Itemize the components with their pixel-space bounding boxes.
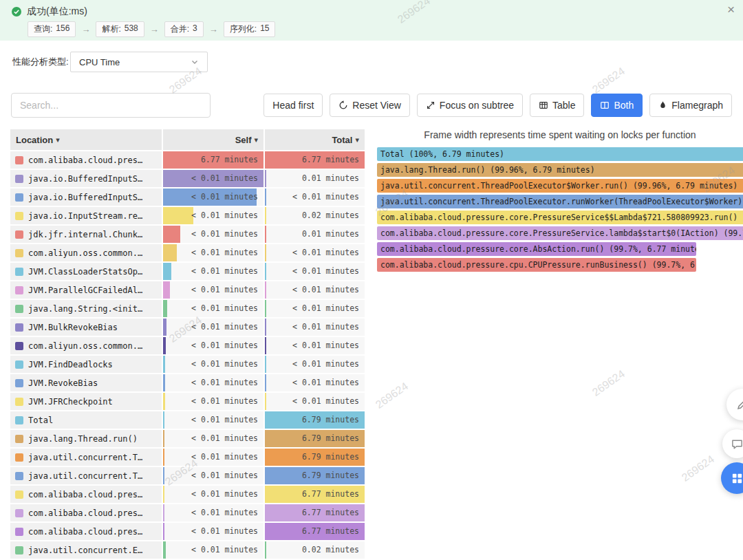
self-cell: < 0.01 minutes — [163, 319, 263, 336]
self-cell: < 0.01 minutes — [163, 244, 263, 261]
self-value: < 0.01 minutes — [191, 430, 258, 447]
table-row[interactable]: com.aliyun.oss.common.…< 0.01 minutes< 0… — [10, 337, 365, 354]
table-row[interactable]: java.util.concurrent.E…< 0.01 minutes0.0… — [10, 541, 365, 559]
flame-frame[interactable]: Total (100%, 6.79 minutes) — [377, 147, 743, 161]
sort-caret-icon: ▾ — [254, 136, 258, 144]
function-name: java.lang.String.<init… — [28, 304, 142, 314]
table-row[interactable]: com.alibaba.cloud.pres…< 0.01 minutes6.7… — [10, 486, 365, 503]
total-cell: 0.01 minutes — [265, 170, 365, 187]
table-row[interactable]: java.io.BufferedInputS…< 0.01 minutes0.0… — [10, 170, 365, 187]
total-bar — [265, 356, 266, 373]
table-row[interactable]: JVM.ClassLoaderStatsOp…< 0.01 minutes< 0… — [10, 263, 365, 280]
function-name: com.alibaba.cloud.pres… — [28, 508, 142, 518]
flame-icon — [658, 100, 667, 110]
row-color-icon — [15, 249, 23, 257]
table-row[interactable]: JVM.RevokeBias< 0.01 minutes< 0.01 minut… — [10, 374, 365, 391]
row-color-icon — [15, 453, 23, 462]
success-banner: 成功(单位:ms) × 查询:156→解析:538→合并:3→序列化:15 — [0, 0, 743, 41]
grid-icon — [731, 472, 743, 485]
row-color-icon — [15, 416, 23, 424]
row-color-icon — [15, 156, 23, 164]
table-row[interactable]: JVM.BulkRevokeBias< 0.01 minutes< 0.01 m… — [10, 319, 365, 336]
flamegraph-button[interactable]: Flamegraph — [649, 94, 732, 117]
location-cell: java.lang.String.<init… — [10, 300, 162, 317]
total-header[interactable]: Total ▾ — [265, 129, 365, 150]
flame-frame[interactable]: com.alibaba.cloud.pressure.core.AbsActio… — [377, 242, 696, 256]
total-value: 6.77 minutes — [302, 151, 359, 169]
table-row[interactable]: JVM.FindDeadlocks< 0.01 minutes< 0.01 mi… — [10, 356, 365, 373]
location-cell: com.alibaba.cloud.pres… — [10, 486, 162, 503]
self-header[interactable]: Self ▾ — [163, 129, 263, 150]
head-first-button[interactable]: Head first — [263, 94, 323, 117]
table-row[interactable]: java.io.InputStream.re…< 0.01 minutes0.0… — [10, 207, 365, 224]
metric-badge: 解析:538 — [96, 21, 144, 37]
table-row[interactable]: Total< 0.01 minutes6.79 minutes — [10, 411, 365, 429]
table-row[interactable]: jdk.jfr.internal.Chunk…< 0.01 minutes0.0… — [10, 226, 365, 243]
self-cell: < 0.01 minutes — [163, 449, 263, 466]
total-cell: 6.77 minutes — [265, 486, 365, 503]
watermark: 269624 — [590, 65, 627, 96]
self-bar — [163, 356, 165, 373]
self-cell: < 0.01 minutes — [163, 300, 263, 317]
table-row[interactable]: com.alibaba.cloud.pres…6.77 minutes6.77 … — [10, 151, 365, 169]
flame-frame[interactable]: com.alibaba.cloud.pressure.core.Pressure… — [377, 226, 743, 240]
flame-frame[interactable]: java.util.concurrent.ThreadPoolExecutor.… — [377, 195, 743, 208]
table-row[interactable]: java.lang.Thread.run()< 0.01 minutes6.79… — [10, 430, 365, 447]
total-cell: 6.77 minutes — [265, 523, 365, 540]
table-row[interactable]: com.alibaba.cloud.pres…< 0.01 minutes6.7… — [10, 504, 365, 521]
search-input[interactable] — [11, 93, 211, 118]
apps-fab-button[interactable] — [721, 462, 743, 494]
total-bar — [265, 189, 266, 206]
self-value: < 0.01 minutes — [191, 263, 258, 280]
row-color-icon — [15, 212, 23, 220]
table-row[interactable]: java.util.concurrent.T…< 0.01 minutes6.7… — [10, 467, 365, 484]
profile-table: Location ▾ Self ▾ Total ▾ com.alibaba.cl… — [10, 129, 365, 559]
comment-fab-button[interactable] — [722, 429, 743, 458]
row-color-icon — [15, 193, 23, 202]
location-cell: java.io.InputStream.re… — [10, 207, 162, 224]
profile-type-label: 性能分析类型: — [12, 56, 70, 68]
focus-subtree-button[interactable]: Focus on subtree — [417, 94, 523, 117]
self-header-label: Self — [235, 135, 252, 145]
pencil-icon — [735, 398, 743, 411]
self-bar — [163, 244, 177, 261]
close-icon[interactable]: × — [727, 3, 735, 16]
profile-type-select[interactable]: CPU Time — [70, 52, 208, 72]
self-bar — [163, 319, 166, 336]
function-name: java.lang.Thread.run() — [28, 434, 138, 444]
reset-view-button[interactable]: Reset View — [330, 94, 410, 117]
flame-frame[interactable]: com.alibaba.cloud.pressure.core.Pressure… — [377, 211, 743, 224]
table-row[interactable]: java.lang.String.<init…< 0.01 minutes< 0… — [10, 300, 365, 317]
table-row[interactable]: com.alibaba.cloud.pres…< 0.01 minutes6.7… — [10, 523, 365, 540]
total-value: < 0.01 minutes — [292, 393, 359, 410]
reset-icon — [338, 100, 348, 110]
flame-frame[interactable]: java.util.concurrent.ThreadPoolExecutor$… — [377, 179, 743, 193]
both-button[interactable]: Both — [591, 94, 643, 117]
flamegraph-title: Frame width represents time spent waitin… — [377, 129, 743, 140]
function-name: com.alibaba.cloud.pres… — [28, 527, 142, 537]
metric-label: 解析: — [102, 23, 120, 35]
flame-frame[interactable]: com.alibaba.cloud.pressure.cpu.CPUPressu… — [377, 258, 696, 272]
table-row[interactable]: java.io.BufferedInputS…< 0.01 minutes< 0… — [10, 189, 365, 206]
row-color-icon — [15, 379, 23, 387]
status-text: 成功(单位:ms) — [27, 6, 87, 18]
focus-subtree-label: Focus on subtree — [440, 100, 514, 111]
table-button[interactable]: Table — [530, 94, 584, 117]
self-cell: < 0.01 minutes — [163, 337, 263, 354]
table-row[interactable]: JVM.JFRCheckpoint< 0.01 minutes< 0.01 mi… — [10, 393, 365, 410]
profile-type-value: CPU Time — [79, 57, 120, 67]
flame-frame[interactable]: java.lang.Thread.run() (99.96%, 6.79 min… — [377, 163, 743, 177]
self-value: < 0.01 minutes — [191, 356, 258, 373]
table-row[interactable]: JVM.ParallelGCFailedAl…< 0.01 minutes< 0… — [10, 281, 365, 299]
self-cell: 6.77 minutes — [163, 151, 263, 169]
table-label: Table — [552, 100, 575, 111]
location-header[interactable]: Location ▾ — [10, 129, 162, 150]
total-value: < 0.01 minutes — [292, 244, 359, 261]
edit-fab-button[interactable] — [726, 389, 743, 420]
table-row[interactable]: com.aliyun.oss.common.…< 0.01 minutes< 0… — [10, 244, 365, 261]
self-value: < 0.01 minutes — [191, 393, 258, 410]
location-cell: JVM.BulkRevokeBias — [10, 319, 162, 336]
table-row[interactable]: java.util.concurrent.T…< 0.01 minutes6.7… — [10, 449, 365, 466]
self-bar — [163, 486, 164, 503]
self-value: < 0.01 minutes — [191, 319, 258, 336]
